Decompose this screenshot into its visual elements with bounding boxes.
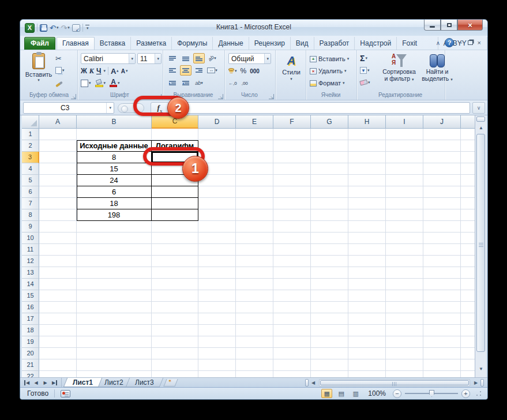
- cell-I19[interactable]: [386, 336, 423, 348]
- italic-button[interactable]: К: [89, 66, 94, 76]
- next-sheet-button[interactable]: ▶: [41, 380, 50, 385]
- dialog-launcher-icon[interactable]: [269, 94, 274, 99]
- cell-K11[interactable]: [461, 244, 475, 256]
- sheet-tab-лист3[interactable]: Лист3: [126, 378, 163, 387]
- cell-G14[interactable]: [311, 279, 348, 290]
- cell-J8[interactable]: [423, 209, 461, 221]
- cell-I12[interactable]: [386, 256, 423, 267]
- cell-G21[interactable]: [311, 359, 348, 371]
- cell-E10[interactable]: [236, 232, 273, 244]
- cell-C17[interactable]: [152, 313, 198, 325]
- row-header-20[interactable]: 20: [22, 348, 39, 359]
- cell-B16[interactable]: [77, 302, 152, 313]
- cell-J22[interactable]: [423, 371, 461, 377]
- cell-G9[interactable]: [311, 221, 348, 232]
- row-header-2[interactable]: 2: [22, 140, 39, 152]
- cell-E11[interactable]: [236, 244, 273, 256]
- cell-I6[interactable]: [386, 186, 423, 198]
- expand-formula-bar-button[interactable]: ∨: [472, 102, 485, 114]
- cell-K16[interactable]: [461, 302, 475, 313]
- merge-center-button[interactable]: ↔▾: [206, 65, 218, 76]
- resize-grip-icon[interactable]: [476, 391, 482, 396]
- scroll-up-button[interactable]: ▲: [476, 123, 486, 133]
- styles-button[interactable]: А Стили ▾: [280, 54, 302, 89]
- cell-K8[interactable]: [461, 209, 475, 221]
- minimize-ribbon-icon[interactable]: ∧: [436, 40, 440, 46]
- cell-D7[interactable]: [198, 198, 236, 209]
- horizontal-scroll-thumb[interactable]: [320, 380, 469, 385]
- insert-worksheet-button[interactable]: [163, 379, 178, 387]
- cell-K5[interactable]: [461, 175, 475, 186]
- cell-I16[interactable]: [386, 302, 423, 313]
- page-break-view-button[interactable]: ▥: [350, 389, 361, 398]
- cell-D21[interactable]: [198, 359, 236, 371]
- cell-J1[interactable]: [423, 129, 461, 140]
- fill-button[interactable]: ▼▾: [360, 65, 377, 76]
- cell-J7[interactable]: [423, 198, 461, 209]
- cell-I18[interactable]: [386, 325, 423, 336]
- cell-G15[interactable]: [311, 290, 348, 302]
- row-header-19[interactable]: 19: [22, 336, 39, 348]
- decrease-indent-button[interactable]: [167, 78, 178, 88]
- column-header-F[interactable]: F: [273, 115, 311, 129]
- cell-K9[interactable]: [461, 221, 475, 232]
- cell-A18[interactable]: [39, 325, 77, 336]
- cell-H17[interactable]: [348, 313, 386, 325]
- tab-вставка[interactable]: Вставка: [95, 37, 132, 50]
- cell-G1[interactable]: [311, 129, 348, 140]
- cell-C7[interactable]: [152, 198, 198, 209]
- cell-G11[interactable]: [311, 244, 348, 256]
- column-header-C[interactable]: C: [152, 115, 198, 129]
- row-header-15[interactable]: 15: [22, 290, 39, 302]
- cell-G6[interactable]: [311, 186, 348, 198]
- cell-C6[interactable]: [152, 186, 198, 198]
- cell-D6[interactable]: [198, 186, 236, 198]
- hscroll-left-button[interactable]: ◀: [309, 380, 318, 385]
- cell-A21[interactable]: [39, 359, 77, 371]
- cell-H6[interactable]: [348, 186, 386, 198]
- row-header-21[interactable]: 21: [22, 359, 39, 371]
- cell-C20[interactable]: [152, 348, 198, 359]
- cell-I21[interactable]: [386, 359, 423, 371]
- number-format-combo[interactable]: Общий▾: [228, 53, 271, 64]
- cell-K4[interactable]: [461, 163, 475, 175]
- cell-H15[interactable]: [348, 290, 386, 302]
- cell-D1[interactable]: [198, 129, 236, 140]
- cell-G12[interactable]: [311, 256, 348, 267]
- column-header-G[interactable]: G: [311, 115, 348, 129]
- fill-color-button[interactable]: ▾: [95, 78, 106, 88]
- cell-F4[interactable]: [273, 163, 311, 175]
- cell-E21[interactable]: [236, 359, 273, 371]
- cell-K3[interactable]: [461, 152, 475, 163]
- dialog-launcher-icon[interactable]: [156, 94, 162, 99]
- cell-H9[interactable]: [348, 221, 386, 232]
- zoom-level[interactable]: 100%: [368, 389, 386, 397]
- cell-H10[interactable]: [348, 232, 386, 244]
- decrease-font-button[interactable]: А▾: [121, 66, 128, 76]
- cell-D18[interactable]: [198, 325, 236, 336]
- column-header-J[interactable]: J: [423, 115, 461, 129]
- cell-G16[interactable]: [311, 302, 348, 313]
- cell-E16[interactable]: [236, 302, 273, 313]
- tab-file[interactable]: Файл: [24, 37, 55, 50]
- column-header-E[interactable]: E: [236, 115, 273, 129]
- last-sheet-button[interactable]: ▶: [50, 380, 59, 385]
- cell-F16[interactable]: [273, 302, 311, 313]
- insert-cells-button[interactable]: + Вставить ▾: [310, 54, 349, 64]
- font-family-combo[interactable]: Calibri▾: [81, 53, 136, 64]
- cell-F3[interactable]: [273, 152, 311, 163]
- cell-B6[interactable]: 6: [77, 186, 152, 198]
- first-sheet-button[interactable]: ◀: [22, 380, 31, 385]
- cell-H14[interactable]: [348, 279, 386, 290]
- cell-J2[interactable]: [423, 140, 461, 152]
- cell-G19[interactable]: [311, 336, 348, 348]
- increase-font-button[interactable]: А▾: [111, 66, 119, 76]
- cell-H5[interactable]: [348, 175, 386, 186]
- name-box[interactable]: C3 ▾: [23, 102, 114, 114]
- row-header-1[interactable]: 1: [22, 129, 39, 140]
- tab-главная[interactable]: Главная: [57, 37, 95, 50]
- workbook-close-button[interactable]: ×: [478, 39, 482, 46]
- cell-I9[interactable]: [386, 221, 423, 232]
- cell-K2[interactable]: [461, 140, 475, 152]
- cell-F12[interactable]: [273, 256, 311, 267]
